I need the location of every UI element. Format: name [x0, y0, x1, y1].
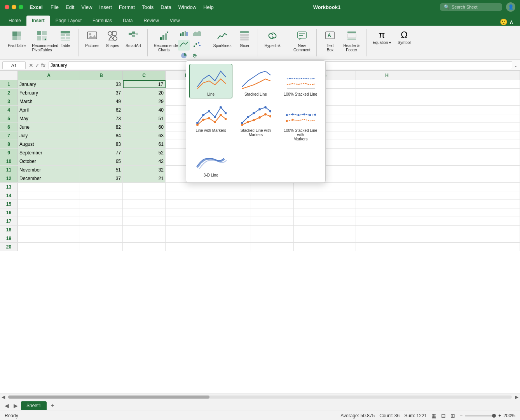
- cell-c11[interactable]: 32: [123, 166, 166, 174]
- empty-cell-G17[interactable]: [294, 217, 356, 225]
- row-number[interactable]: 3: [0, 97, 18, 105]
- smiley-icon[interactable]: 🙂 ∧: [500, 18, 517, 26]
- empty-cell-D19[interactable]: [166, 234, 208, 242]
- new-comment-button[interactable]: NewComment: [291, 29, 312, 54]
- empty-cell-E14[interactable]: [208, 191, 251, 200]
- add-sheet-button[interactable]: +: [48, 401, 57, 410]
- cell-c3[interactable]: 29: [123, 97, 166, 105]
- empty-cell-H14[interactable]: [356, 191, 418, 200]
- empty-cell-F16[interactable]: [251, 208, 294, 217]
- recommended-pivottables-button[interactable]: ★ Recommended PivotTables: [30, 29, 54, 54]
- scatter-button[interactable]: [191, 40, 203, 51]
- tab-insert[interactable]: Insert: [26, 16, 50, 26]
- hyperlink-button[interactable]: Hyperlink: [262, 29, 283, 49]
- empty-cell-G18[interactable]: [294, 226, 356, 234]
- row-number-empty[interactable]: 15: [0, 200, 18, 208]
- scroll-left-icon[interactable]: ◀: [2, 394, 5, 400]
- cell-a6[interactable]: June: [18, 123, 80, 131]
- empty-cell-A13[interactable]: [18, 183, 80, 191]
- empty-cell-G19[interactable]: [294, 234, 356, 242]
- cell-b9[interactable]: 77: [80, 149, 123, 157]
- cell-a10[interactable]: October: [18, 157, 80, 165]
- empty-cell-B16[interactable]: [80, 208, 123, 217]
- confirm-formula-icon[interactable]: ✓: [35, 62, 40, 68]
- maximize-button[interactable]: [19, 5, 23, 9]
- empty-cell-G16[interactable]: [294, 208, 356, 217]
- empty-cell-F17[interactable]: [251, 217, 294, 225]
- menu-help[interactable]: Help: [203, 4, 214, 10]
- empty-cell-E20[interactable]: [208, 243, 251, 251]
- row-number-empty[interactable]: 19: [0, 234, 18, 242]
- cell-h12[interactable]: [356, 174, 418, 182]
- empty-cell-E18[interactable]: [208, 226, 251, 234]
- page-layout-view-icon[interactable]: ⊟: [441, 413, 446, 419]
- cell-a11[interactable]: November: [18, 166, 80, 174]
- empty-cell-A17[interactable]: [18, 217, 80, 225]
- search-box[interactable]: 🔍 Search Sheet: [440, 3, 502, 11]
- zoom-thumb[interactable]: [492, 414, 496, 418]
- cell-c2[interactable]: 20: [123, 89, 166, 97]
- row-number-empty[interactable]: 18: [0, 226, 18, 234]
- empty-cell-D16[interactable]: [166, 208, 208, 217]
- empty-cell-G15[interactable]: [294, 200, 356, 208]
- equation-button[interactable]: π Equation ▾: [370, 29, 393, 46]
- empty-cell-B18[interactable]: [80, 226, 123, 234]
- zoom-in-icon[interactable]: +: [498, 413, 501, 418]
- row-number[interactable]: 9: [0, 149, 18, 157]
- cell-h9[interactable]: [356, 149, 418, 157]
- page-break-view-icon[interactable]: ⊞: [450, 413, 455, 419]
- chart-type-stacked-line[interactable]: Stacked Line: [234, 64, 277, 98]
- empty-cell-B14[interactable]: [80, 191, 123, 200]
- normal-view-icon[interactable]: ▦: [431, 413, 436, 419]
- empty-cell-H19[interactable]: [356, 234, 418, 242]
- col-header-c[interactable]: C: [123, 71, 166, 80]
- empty-cell-G13[interactable]: [294, 183, 356, 191]
- cell-a9[interactable]: September: [18, 149, 80, 157]
- cell-c9[interactable]: 52: [123, 149, 166, 157]
- cell-h6[interactable]: [356, 123, 418, 131]
- empty-cell-D20[interactable]: [166, 243, 208, 251]
- line-chart-button[interactable]: [178, 40, 190, 51]
- row-number[interactable]: 7: [0, 131, 18, 140]
- sheet-nav-left[interactable]: ◀: [3, 402, 10, 409]
- close-button[interactable]: [5, 5, 9, 9]
- cell-b3[interactable]: 49: [80, 97, 123, 105]
- empty-cell-B20[interactable]: [80, 243, 123, 251]
- empty-cell-C16[interactable]: [123, 208, 166, 217]
- chart-type-3d-line[interactable]: 3-D Line: [189, 145, 232, 179]
- chart-type-line[interactable]: Line: [189, 64, 232, 98]
- scroll-track[interactable]: [8, 396, 512, 399]
- row-number[interactable]: 6: [0, 123, 18, 131]
- tab-home[interactable]: Home: [3, 16, 26, 26]
- cell-a7[interactable]: July: [18, 131, 80, 140]
- zoom-out-icon[interactable]: −: [460, 413, 462, 418]
- empty-cell-H18[interactable]: [356, 226, 418, 234]
- row-number[interactable]: 1: [0, 80, 18, 88]
- col-header-h[interactable]: H: [356, 71, 418, 80]
- cell-c5[interactable]: 51: [123, 114, 166, 122]
- empty-cell-C20[interactable]: [123, 243, 166, 251]
- cell-a12[interactable]: December: [18, 174, 80, 182]
- empty-cell-A14[interactable]: [18, 191, 80, 200]
- row-number[interactable]: 2: [0, 89, 18, 97]
- menu-view[interactable]: View: [81, 4, 92, 10]
- scroll-right-icon[interactable]: ▶: [515, 394, 518, 400]
- empty-cell-F20[interactable]: [251, 243, 294, 251]
- col-header-a[interactable]: A: [18, 71, 80, 80]
- pictures-button[interactable]: Pictures: [83, 29, 101, 49]
- cell-c7[interactable]: 63: [123, 131, 166, 140]
- cell-h1[interactable]: [356, 80, 418, 88]
- empty-cell-D18[interactable]: [166, 226, 208, 234]
- cell-a1[interactable]: January: [18, 80, 80, 88]
- empty-cell-A20[interactable]: [18, 243, 80, 251]
- cell-h11[interactable]: [356, 166, 418, 174]
- bar-chart-button[interactable]: [178, 29, 190, 39]
- menu-file[interactable]: File: [51, 4, 59, 10]
- cell-c1[interactable]: 17: [123, 80, 166, 88]
- cell-b4[interactable]: 62: [80, 106, 123, 114]
- chart-type-100-stacked-line-markers[interactable]: 100% Stacked Line withMarkers: [279, 100, 322, 143]
- minimize-button[interactable]: [12, 5, 16, 9]
- cell-b12[interactable]: 37: [80, 174, 123, 182]
- row-number-empty[interactable]: 16: [0, 208, 18, 217]
- empty-cell-C14[interactable]: [123, 191, 166, 200]
